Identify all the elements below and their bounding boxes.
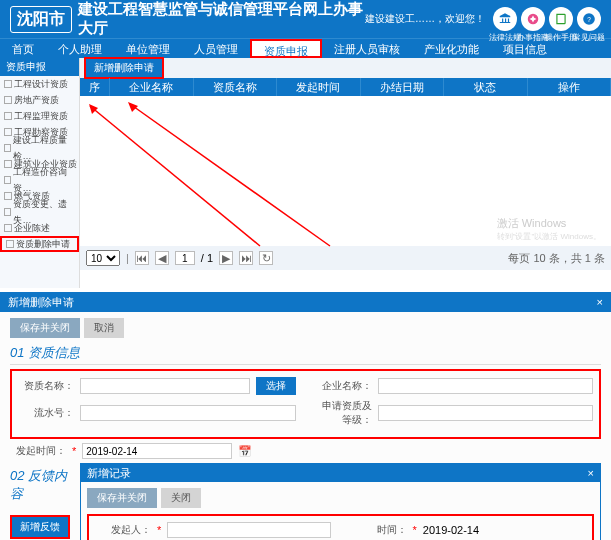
inner-cancel-button[interactable]: 关闭 — [161, 488, 201, 508]
input-qymc[interactable] — [378, 378, 594, 394]
dialog-new-delete-request: 新增删除申请 × 保存并关闭 取消 01 资质信息 资质名称： 选择 企业名称： — [0, 288, 611, 540]
inner-dialog-title: 新增记录 — [87, 464, 131, 482]
input-zzmc[interactable] — [80, 378, 250, 394]
dialog-title: 新增删除申请 — [8, 292, 74, 312]
inner-dialog-add-record: 新增记录 × 保存并关闭 关闭 发起人： * — [80, 463, 601, 540]
sidebar-item-2[interactable]: 工程监理资质 — [0, 108, 79, 124]
label-fqr: 发起人： — [95, 523, 151, 537]
th-2: 资质名称 — [194, 78, 278, 96]
page-total: / 1 — [201, 252, 213, 264]
pager: 10 | ⏮ ◀ / 1 ▶ ⏭ ↻ 每页 10 条，共 1 条 — [80, 246, 611, 270]
sidebar-header: 资质申报 — [0, 58, 79, 76]
nav-item-5[interactable]: 注册人员审核 — [322, 39, 412, 58]
nav-item-3[interactable]: 人员管理 — [182, 39, 250, 58]
page-input[interactable] — [175, 251, 195, 265]
calendar-icon[interactable]: 📅 — [238, 445, 252, 458]
section-2-title: 02 反馈内容 — [10, 467, 80, 505]
qualification-form: 资质名称： 选择 企业名称： 流水号： 申请资质及等级： — [10, 369, 601, 439]
nav-item-1[interactable]: 个人助理 — [46, 39, 114, 58]
input-lsh[interactable] — [80, 405, 296, 421]
sidebar-item-0[interactable]: 工程设计资质 — [0, 76, 79, 92]
input-sqzzjdj[interactable] — [378, 405, 594, 421]
checkbox-icon — [4, 144, 11, 152]
app-title: 建设工程智慧监管与诚信管理平台网上办事大厅 — [78, 0, 365, 38]
sidebar: 资质申报 工程设计资质房地产资质工程监理资质工程勘察资质建设工程质量检…建筑业企… — [0, 58, 80, 288]
watermark: 激活 Windows 转到"设置"以激活 Windows。 — [497, 216, 601, 242]
checkbox-icon — [4, 192, 12, 200]
value-sj: 2019-02-14 — [423, 524, 479, 536]
page-size-select[interactable]: 10 — [86, 250, 120, 266]
checkbox-icon — [4, 208, 11, 216]
svg-marker-6 — [128, 102, 138, 112]
input-fqr[interactable] — [167, 522, 330, 538]
select-button[interactable]: 选择 — [256, 377, 296, 395]
next-page-button[interactable]: ▶ — [219, 251, 233, 265]
th-3: 发起时间 — [277, 78, 361, 96]
section-1-title: 01 资质信息 — [10, 344, 601, 365]
inner-close-button[interactable]: × — [588, 464, 594, 482]
inner-save-button[interactable]: 保存并关闭 — [87, 488, 157, 508]
sidebar-item-6[interactable]: 工程造价咨询资… — [0, 172, 79, 188]
content-area: 新增删除申请 序企业名称资质名称发起时间办结日期状态操作 激活 Windows … — [80, 58, 611, 288]
sidebar-item-4[interactable]: 建设工程质量检… — [0, 140, 79, 156]
scale-icon[interactable]: 法律法规 — [493, 7, 517, 31]
label-lsh: 流水号： — [18, 406, 74, 420]
label-fqsj: 发起时间： — [10, 444, 66, 458]
header-icons: 法律法规办事指南操作手册?常见问题 — [493, 7, 601, 31]
checkbox-icon — [4, 112, 12, 120]
dialog-close-button[interactable]: × — [597, 292, 603, 312]
sidebar-item-1[interactable]: 房地产资质 — [0, 92, 79, 108]
checkbox-icon — [4, 224, 12, 232]
nav-item-4[interactable]: 资质申报 — [250, 39, 322, 58]
input-fqsj[interactable] — [82, 443, 232, 459]
sidebar-item-10[interactable]: 资质删除申请 — [0, 236, 79, 252]
city-badge: 沈阳市 — [10, 6, 72, 33]
table-header: 序企业名称资质名称发起时间办结日期状态操作 — [80, 78, 611, 96]
nav-item-0[interactable]: 首页 — [0, 39, 46, 58]
prev-page-button[interactable]: ◀ — [155, 251, 169, 265]
add-feedback-button[interactable]: 新增反馈 — [10, 515, 70, 539]
label-sj: 时间： — [351, 523, 407, 537]
table-body: 激活 Windows 转到"设置"以激活 Windows。 — [80, 96, 611, 246]
question-icon[interactable]: ?常见问题 — [577, 7, 601, 31]
inner-form: 发起人： * 时间： * 2019-02-14 — [87, 514, 594, 540]
pager-summary: 每页 10 条，共 1 条 — [508, 251, 605, 266]
label-zzmc: 资质名称： — [18, 379, 74, 393]
svg-line-5 — [130, 104, 330, 246]
svg-marker-4 — [89, 104, 98, 114]
nav-item-2[interactable]: 单位管理 — [114, 39, 182, 58]
svg-text:?: ? — [587, 16, 591, 23]
th-6: 操作 — [528, 78, 612, 96]
book-icon[interactable]: 操作手册 — [549, 7, 573, 31]
nav-item-6[interactable]: 产业化功能 — [412, 39, 491, 58]
checkbox-icon — [4, 80, 12, 88]
welcome-text: 建设建设工……，欢迎您！ — [365, 12, 485, 26]
cancel-button[interactable]: 取消 — [84, 318, 124, 338]
required-star: * — [72, 445, 76, 457]
th-1: 企业名称 — [110, 78, 194, 96]
svg-line-3 — [90, 106, 260, 246]
label-qymc: 企业名称： — [316, 379, 372, 393]
refresh-button[interactable]: ↻ — [259, 251, 273, 265]
checkbox-icon — [4, 128, 12, 136]
th-4: 办结日期 — [361, 78, 445, 96]
sidebar-item-8[interactable]: 资质变更、遗失… — [0, 204, 79, 220]
save-close-button[interactable]: 保存并关闭 — [10, 318, 80, 338]
content-toolbar: 新增删除申请 — [80, 58, 611, 78]
label-sqzzjdj: 申请资质及等级： — [316, 399, 372, 427]
th-5: 状态 — [444, 78, 528, 96]
checkbox-icon — [4, 96, 12, 104]
checkbox-icon — [4, 176, 11, 184]
first-page-button[interactable]: ⏮ — [135, 251, 149, 265]
checkbox-icon — [6, 240, 14, 248]
compass-icon[interactable]: 办事指南 — [521, 7, 545, 31]
new-delete-request-button[interactable]: 新增删除申请 — [84, 57, 164, 79]
last-page-button[interactable]: ⏭ — [239, 251, 253, 265]
th-0: 序 — [80, 78, 110, 96]
checkbox-icon — [4, 160, 12, 168]
